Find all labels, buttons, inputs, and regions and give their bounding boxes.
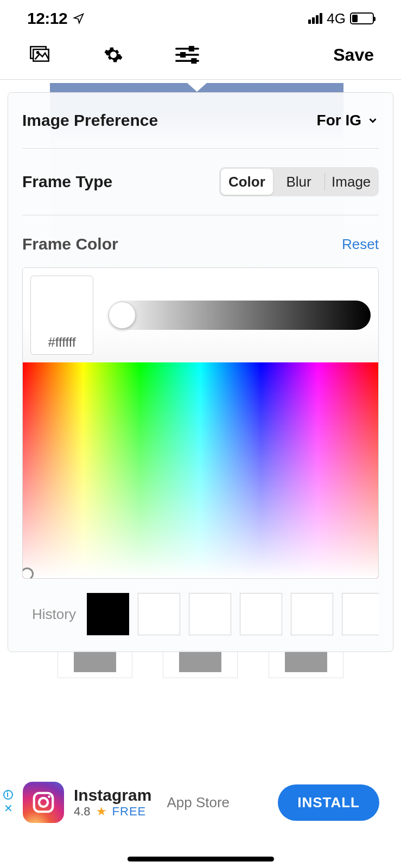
current-color-swatch: #ffffff [30, 276, 93, 355]
battery-icon [350, 12, 374, 24]
thumbnail-item[interactable] [163, 650, 238, 678]
ad-store: App Store [167, 794, 230, 811]
ad-banner: ✕ Instagram 4.8 ★ FREE App Store INSTALL [0, 769, 401, 835]
history-row: History [22, 579, 379, 652]
svg-rect-6 [181, 53, 185, 57]
sliders-icon[interactable] [175, 42, 200, 67]
svg-point-2 [37, 52, 39, 53]
signal-icon [308, 13, 322, 24]
image-preference-dropdown[interactable]: For IG [317, 112, 379, 129]
gear-icon[interactable] [101, 42, 126, 67]
location-icon [73, 12, 85, 24]
thumbnail-item[interactable] [269, 650, 343, 678]
network-label: 4G [327, 10, 346, 27]
status-bar: 12:12 4G [0, 0, 401, 33]
hue-saturation-field[interactable] [23, 362, 378, 578]
hex-value: #ffffff [48, 335, 75, 350]
history-swatch[interactable] [342, 593, 379, 635]
brightness-slider[interactable] [107, 301, 371, 330]
ad-info-icon[interactable] [3, 790, 13, 800]
status-time: 12:12 [27, 9, 67, 28]
home-indicator[interactable] [128, 857, 274, 861]
svg-rect-4 [190, 47, 194, 50]
star-icon: ★ [96, 805, 107, 819]
chevron-down-icon [367, 114, 379, 126]
thumbnail-item[interactable] [58, 650, 132, 678]
ad-close-icon[interactable]: ✕ [4, 802, 13, 815]
toolbar: Save [0, 33, 401, 80]
instagram-icon [23, 782, 64, 823]
frame-color-label: Frame Color [22, 235, 118, 253]
history-swatch[interactable] [189, 593, 231, 635]
thumbnail-strip [0, 650, 401, 678]
frame-color-header: Frame Color Reset [22, 215, 379, 264]
ad-free: FREE [112, 805, 147, 819]
color-cursor[interactable] [22, 567, 34, 579]
save-button[interactable]: Save [333, 45, 374, 65]
frame-type-segmented: Color Blur Image [219, 167, 379, 196]
history-swatch[interactable] [87, 593, 129, 635]
history-label: History [32, 606, 76, 623]
frame-type-color[interactable]: Color [221, 169, 273, 195]
svg-rect-8 [192, 59, 196, 63]
frame-type-label: Frame Type [22, 173, 112, 191]
ad-title: Instagram [74, 786, 151, 805]
image-preference-value: For IG [317, 112, 361, 129]
frame-type-row: Frame Type Color Blur Image [22, 149, 379, 215]
color-picker: #ffffff [22, 267, 379, 579]
history-swatch[interactable] [240, 593, 282, 635]
image-preference-row: Image Preference For IG [22, 93, 379, 149]
history-swatch[interactable] [138, 593, 180, 635]
image-preference-label: Image Preference [22, 111, 158, 130]
settings-panel: Image Preference For IG Frame Type Color… [8, 92, 393, 652]
svg-point-11 [48, 795, 50, 798]
svg-point-10 [39, 798, 48, 807]
slider-thumb[interactable] [109, 302, 136, 329]
frame-type-blur[interactable]: Blur [273, 169, 325, 195]
reset-button[interactable]: Reset [342, 236, 379, 253]
ad-rating: 4.8 [74, 805, 91, 819]
install-button[interactable]: INSTALL [278, 784, 379, 821]
frame-type-image[interactable]: Image [325, 169, 377, 195]
history-swatch[interactable] [291, 593, 333, 635]
images-icon[interactable] [27, 42, 52, 67]
